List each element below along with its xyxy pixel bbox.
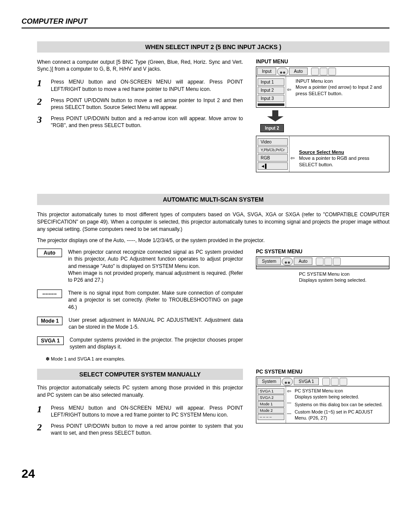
multiscan-para1: This projector automatically tunes to mo…: [37, 211, 389, 233]
manual-step-1-num: 1: [37, 404, 45, 418]
toolbar-system-btn[interactable]: System: [257, 258, 281, 265]
pc-menu-box-2: System SVGA 1 SVGA 1 SVGA 2 Mode 1 Mode …: [256, 376, 389, 423]
sys-mode1[interactable]: Mode 1: [258, 401, 284, 407]
ctrl-icon-5: [324, 258, 332, 265]
arrow-down-icon: [265, 110, 389, 121]
annot1-text: Move a pointer (red arrow) to Input 2 an…: [296, 84, 386, 96]
sub-header-input2: WHEN SELECT INPUT 2 (5 BNC INPUT JACKS ): [37, 41, 389, 53]
pc-menu-annot-1: PC SYSTEM Menu icon Displays system bein…: [256, 269, 389, 285]
pc2-annot2: Systems on this dialog box can be select…: [295, 402, 386, 408]
step-2-text: Press POINT UP/DOWN button to move a red…: [51, 97, 243, 111]
sub-header-multiscan: AUTOMATIC MULTI-SCAN SYSTEM: [37, 194, 389, 205]
mode-dashes-label: –––––: [37, 289, 62, 298]
input2-chip: Input 2: [260, 124, 284, 132]
knob-icon-3: [282, 378, 293, 386]
sys-svga2[interactable]: SVGA 2: [258, 395, 284, 401]
mode-svga1-text: Computer systems provided in the project…: [70, 336, 243, 350]
pc-menu-box-1: System Auto: [256, 256, 389, 269]
source-select-box: Video Y,Pb/Cb,Pr/Cr RGB ◄▌ Source Select…: [256, 136, 389, 172]
ctrl-icon-8: [331, 378, 339, 386]
annot2-text: Move a pointer to RGB and press SELECT b…: [299, 155, 386, 168]
manual-step-2-num: 2: [37, 423, 45, 436]
ctrl-icon-3: [328, 68, 336, 75]
mode-svga1-label: SVGA 1: [37, 336, 64, 345]
manual-step-2-text: Press POINT UP/DOWN button to move a red…: [51, 423, 243, 436]
toolbar-input-btn[interactable]: Input: [257, 68, 276, 75]
pc-menu-title-1: PC SYSTEM MENU: [256, 249, 389, 255]
pc2-annot3: Custom Mode (1~5) set in PC ADJUST Menu.…: [295, 409, 386, 421]
source-video[interactable]: Video: [258, 138, 288, 146]
mode-auto-text: When projector cannot recognize connecte…: [68, 249, 243, 283]
left-arrow-icon-2: [290, 136, 296, 172]
menu-title-input: INPUT MENU: [256, 59, 389, 65]
section-header: COMPUTER INPUT: [22, 17, 389, 28]
pc2-annot1: PC SYSTEM Menu icon Displays system bein…: [295, 388, 386, 400]
manual-step-1-text: Press MENU button and ON-SCREEN MENU wil…: [51, 404, 243, 418]
menu-item-input2[interactable]: Input 2: [258, 87, 284, 94]
annot1-title: INPUT Menu icon: [296, 78, 386, 84]
svg-marker-0: [267, 110, 283, 121]
mode-mode1-label: Mode 1: [37, 317, 62, 325]
toolbar-svga1-btn[interactable]: SVGA 1: [294, 378, 319, 385]
mode-dashes-text: There is no signal input from computer. …: [68, 289, 243, 311]
annot2-title: Source Select Menu: [299, 149, 386, 155]
mode-mode1-text: User preset adjustment in MANUAL PC ADJU…: [68, 317, 243, 330]
ctrl-icon-7: [322, 378, 330, 386]
multiscan-para2: The projector displays one of the Auto, …: [37, 237, 389, 244]
menu-item-input3[interactable]: Input 3: [258, 95, 284, 102]
ctrl-icon-4: [316, 258, 324, 265]
manual-intro: This projector automatically selects PC …: [37, 384, 243, 398]
pc-menu-title-2: PC SYSTEM MENU: [256, 369, 389, 375]
toolbar-system-btn-2[interactable]: System: [257, 378, 281, 385]
left-arrow-icon-3: [287, 388, 291, 394]
sys-mode2[interactable]: Mode 2: [258, 408, 284, 414]
mode-auto-label: Auto: [37, 249, 62, 257]
sys-svga1[interactable]: SVGA 1: [258, 388, 284, 394]
step-3-num: 3: [37, 115, 45, 129]
step-1-text: Press MENU button and ON-SCREEN MENU wil…: [51, 78, 243, 92]
sys-dashes[interactable]: – – – –: [258, 414, 284, 420]
footnote: ✽ Mode 1 and SVGA 1 are examples.: [46, 356, 243, 362]
sub-header-manual: SELECT COMPUTER SYSTEM MANUALLY: [37, 369, 243, 380]
intro-text: When connect a computer output [5 BNC Ty…: [37, 59, 243, 72]
page-number: 24: [22, 467, 389, 481]
ctrl-icon-2: [320, 68, 327, 75]
knob-icon-2: [282, 258, 293, 265]
toolbar-auto-btn-2[interactable]: Auto: [294, 258, 312, 265]
step-3-text: Press POINT UP/DOWN button and a red-arr…: [51, 115, 243, 129]
source-ypbcr[interactable]: Y,Pb/Cb,Pr/Cr: [258, 146, 288, 153]
menu-item-input1[interactable]: Input 1: [258, 78, 284, 86]
ctrl-icon-9: [339, 378, 347, 386]
source-back-icon[interactable]: ◄▌: [258, 162, 288, 170]
left-arrow-icon: [286, 76, 293, 107]
step-2-num: 2: [37, 97, 45, 111]
toolbar-auto-btn[interactable]: Auto: [289, 68, 308, 75]
source-rgb[interactable]: RGB: [258, 154, 288, 162]
input-menu-box: Input Auto Input 1 Input 2 Input 3: [256, 66, 389, 108]
ctrl-icon-1: [311, 68, 319, 75]
step-1-num: 1: [37, 78, 45, 92]
ctrl-icon-6: [333, 258, 341, 265]
knob-icon: [277, 68, 288, 75]
